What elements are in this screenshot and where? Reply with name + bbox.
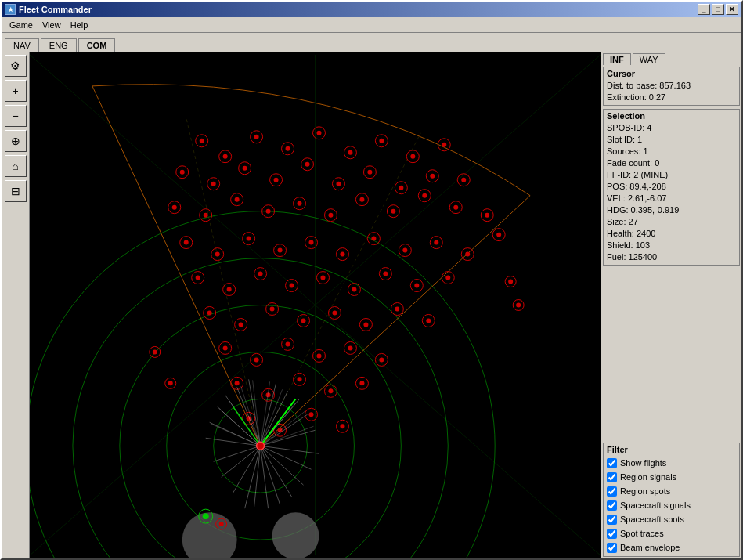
svg-point-64: [391, 209, 395, 214]
cursor-extinction-label: Extinction:: [607, 92, 647, 102]
svg-point-56: [266, 209, 271, 214]
menu-game[interactable]: Game: [5, 19, 38, 31]
svg-point-62: [359, 197, 364, 202]
cursor-dist: Dist. to base: 857.163: [607, 80, 736, 92]
svg-point-40: [336, 182, 341, 186]
svg-point-140: [235, 381, 240, 385]
selection-sources: Sources: 1: [607, 146, 736, 157]
svg-point-58: [298, 201, 302, 206]
filter-spot-traces-checkbox[interactable]: [607, 529, 617, 539]
svg-point-203: [508, 280, 513, 284]
svg-point-130: [254, 357, 259, 362]
svg-point-192: [257, 442, 265, 450]
filter-label: Filter: [607, 445, 736, 454]
tab-com[interactable]: COM: [78, 38, 116, 52]
svg-point-154: [309, 412, 314, 417]
svg-point-112: [207, 310, 212, 315]
cursor-extinction: Extinction: 0.27: [607, 92, 736, 103]
svg-point-116: [270, 306, 275, 311]
svg-point-118: [301, 318, 306, 323]
filter-region-signals-label: Region signals: [620, 470, 676, 484]
map-area[interactable]: [30, 52, 601, 558]
maximize-button[interactable]: □: [712, 4, 724, 15]
home-button[interactable]: ⌂: [5, 155, 27, 177]
cylinder-button[interactable]: ⊟: [5, 180, 27, 202]
panel-tabs: INF WAY: [601, 52, 741, 65]
panel-spacer: [601, 267, 741, 443]
svg-point-82: [340, 252, 344, 257]
svg-point-138: [379, 357, 384, 362]
title-bar-left: ★ Fleet Commander: [5, 4, 92, 15]
svg-point-96: [227, 287, 232, 292]
settings-button[interactable]: ⚙: [5, 55, 27, 77]
svg-point-156: [340, 424, 344, 428]
svg-point-18: [286, 146, 290, 151]
tab-nav[interactable]: NAV: [5, 38, 39, 52]
svg-point-195: [203, 513, 209, 519]
svg-point-90: [465, 252, 470, 257]
cursor-label: Cursor: [607, 69, 736, 78]
svg-point-70: [485, 213, 489, 218]
selection-shield: Shield: 103: [607, 240, 736, 251]
svg-point-34: [243, 166, 247, 171]
minimize-button[interactable]: _: [698, 4, 710, 15]
svg-point-54: [235, 197, 240, 202]
left-toolbar: ⚙ + − ⊕ ⌂ ⊟: [2, 52, 30, 558]
svg-point-48: [461, 178, 466, 182]
filter-spacecraft-spots-checkbox[interactable]: [607, 515, 617, 525]
menu-view[interactable]: View: [38, 19, 66, 31]
filter-region-spots-checkbox[interactable]: [607, 486, 617, 497]
filter-region-spots-label: Region spots: [620, 484, 670, 498]
panel-tab-way[interactable]: WAY: [633, 53, 665, 65]
selection-size: Size: 27: [607, 216, 736, 228]
svg-point-92: [496, 233, 501, 237]
svg-point-94: [196, 276, 200, 280]
title-buttons: _ □ ✕: [698, 4, 738, 15]
selection-hdg: HDG: 0.395,-0.919: [607, 204, 736, 216]
right-panel: INF WAY Cursor Dist. to base: 857.163 Ex…: [601, 52, 741, 558]
svg-point-100: [290, 284, 294, 288]
filter-spacecraft-signals: Spacecraft signals: [607, 498, 736, 512]
svg-point-22: [348, 150, 352, 155]
filter-region-spots: Region spots: [607, 484, 736, 498]
svg-point-74: [215, 252, 220, 257]
zoom-out-button[interactable]: −: [5, 105, 27, 127]
svg-point-60: [328, 213, 333, 218]
svg-point-102: [320, 276, 325, 280]
svg-point-28: [442, 143, 446, 147]
selection-spob-id: SPOB-ID: 4: [607, 122, 736, 134]
svg-point-66: [422, 193, 427, 198]
window-title: Fleet Commander: [19, 5, 92, 14]
selection-slot-id: Slot ID: 1: [607, 134, 736, 146]
selection-vel: VEL: 2.61,-6.07: [607, 193, 736, 204]
menu-bar: Game View Help: [2, 17, 741, 33]
center-button[interactable]: ⊕: [5, 130, 27, 152]
panel-tab-inf[interactable]: INF: [603, 53, 631, 65]
selection-health: Health: 2400: [607, 228, 736, 240]
svg-point-24: [379, 139, 384, 143]
menu-help[interactable]: Help: [66, 19, 93, 31]
cursor-extinction-value: 0.27: [649, 92, 665, 102]
filter-show-flights: Show flights: [607, 456, 736, 470]
svg-point-36: [274, 178, 279, 182]
svg-point-20: [316, 131, 321, 135]
filter-spacecraft-signals-checkbox[interactable]: [607, 500, 617, 511]
svg-point-84: [371, 237, 376, 241]
svg-point-88: [434, 240, 438, 245]
selection-pos: POS: 89.4,-208: [607, 181, 736, 193]
filter-spot-traces-label: Spot traces: [620, 526, 664, 540]
svg-point-38: [305, 162, 310, 167]
svg-point-78: [278, 248, 283, 253]
tab-eng[interactable]: ENG: [41, 38, 77, 52]
filter-spot-traces: Spot traces: [607, 526, 736, 540]
svg-point-197: [219, 522, 224, 526]
filter-region-signals: Region signals: [607, 470, 736, 484]
cursor-section: Cursor Dist. to base: 857.163 Extinction…: [603, 67, 740, 106]
zoom-in-button[interactable]: +: [5, 80, 27, 102]
filter-show-flights-checkbox[interactable]: [607, 458, 617, 468]
close-button[interactable]: ✕: [726, 4, 738, 15]
svg-point-148: [359, 381, 364, 385]
svg-point-194: [272, 512, 319, 558]
filter-beam-envelope-checkbox[interactable]: [607, 543, 617, 553]
filter-region-signals-checkbox[interactable]: [607, 472, 617, 482]
